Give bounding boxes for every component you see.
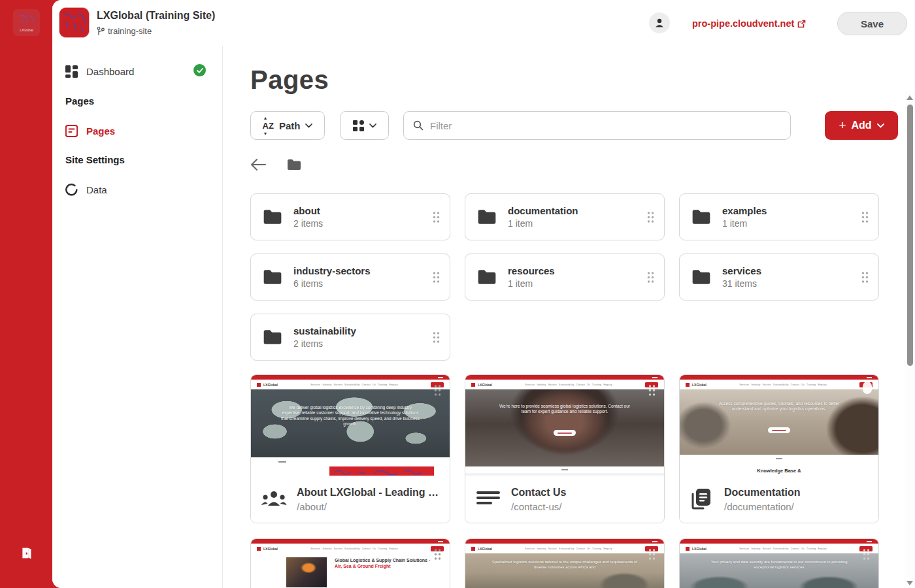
add-label: Add (852, 120, 872, 131)
thumb-hero: We deliver global logistics excellence b… (251, 389, 450, 457)
page-title-text: Contact Us (511, 487, 566, 498)
thumb-topbar (251, 539, 450, 544)
page-thumbnail: LXGlobal Services Industry Sectors Susta… (680, 375, 878, 477)
folder-count: 1 item (508, 218, 578, 229)
scroll-down-arrow[interactable] (907, 581, 913, 585)
thumb-topbar (680, 375, 878, 380)
page-card-documentation[interactable]: LXGlobal Services Industry Sectors Susta… (679, 374, 879, 523)
drag-handle-icon[interactable] (432, 271, 441, 284)
page-title: Pages (250, 65, 329, 95)
folder-icon (263, 329, 282, 345)
sidebar-item-label: Pages (86, 125, 115, 137)
thumb-topbar (680, 539, 878, 544)
scrollbar-thumb[interactable] (907, 105, 913, 366)
thumb-strip (251, 457, 450, 466)
drag-handle-icon[interactable] (433, 548, 442, 561)
page-title-text: Documentation (724, 487, 800, 498)
folder-icon (691, 209, 711, 225)
thumb-nav-links: Services Industry Sectors Sustainability… (495, 384, 642, 386)
thumb-brand: LXGlobal (478, 383, 492, 387)
scroll-up-arrow[interactable] (907, 95, 913, 100)
sidebar-item-pages[interactable]: Pages (65, 122, 222, 140)
drag-handle-icon[interactable] (861, 271, 869, 284)
folder-card-industry-sectors[interactable]: industry-sectors 6 items (250, 253, 450, 301)
folder-name: about (293, 205, 323, 216)
scrollbar (905, 91, 915, 588)
thumb-logo (686, 547, 690, 551)
pages-icon (65, 125, 78, 137)
sort-label: Path (279, 120, 301, 131)
folder-name: examples (722, 205, 767, 216)
folder-count: 2 items (293, 338, 356, 349)
thumb-navbar: LXGlobal Services Industry Sectors Susta… (465, 544, 664, 553)
thumb-navbar: LXGlobal Services Industry Sectors Susta… (251, 544, 450, 553)
thumb-hero-text: We deliver global logistics excellence b… (281, 405, 420, 427)
thumb-hero: Your privacy and data security are funda… (680, 553, 878, 588)
sidebar-item-data[interactable]: Data (65, 180, 222, 199)
drag-handle-icon[interactable] (861, 211, 869, 223)
preview-url-link[interactable]: pro-pipe.cloudvent.net (692, 18, 806, 29)
drag-handle-icon[interactable] (862, 548, 871, 561)
drag-handle-icon[interactable] (863, 382, 872, 394)
thumb-strip (465, 466, 664, 473)
site-logo[interactable] (59, 7, 90, 38)
sort-dropdown[interactable]: AZ ▲ ▼ Path (250, 111, 325, 140)
thumb-nav-links: Services Industry Sectors Sustainability… (709, 384, 857, 386)
thumb-logo (471, 383, 475, 387)
page-card-info: Documentation /documentation/ (680, 476, 878, 523)
grid-view-icon (353, 120, 364, 131)
thumb-topbar (251, 375, 450, 380)
filter-field (403, 111, 791, 140)
filter-input[interactable] (430, 120, 781, 131)
folder-card-services[interactable]: services 31 items (679, 253, 879, 301)
folder-card-resources[interactable]: resources 1 item (465, 253, 665, 301)
page-card-info: About LXGlobal - Leading L... /about/ (251, 476, 450, 523)
thumb-nav-links: Services Industry Sectors Sustainability… (280, 384, 428, 386)
thumb-navbar: LXGlobal Services Industry Sectors Susta… (465, 380, 664, 389)
current-folder-icon[interactable] (287, 159, 301, 171)
view-mode-dropdown[interactable] (340, 111, 389, 140)
folder-count: 2 items (293, 218, 323, 229)
folder-grid: about 2 items documentation 1 item examp… (250, 193, 879, 361)
mini-map-art (18, 13, 35, 27)
back-arrow-icon[interactable] (250, 158, 266, 171)
page-card-home[interactable]: LXGlobal Services Industry Sectors Susta… (250, 538, 450, 588)
folder-card-about[interactable]: about 2 items (250, 193, 450, 240)
folder-name: documentation (508, 205, 578, 216)
thumb-hero-text: Specialized logistics solutions tailored… (489, 560, 640, 570)
drag-handle-icon[interactable] (432, 331, 441, 344)
page-card-info: Contact Us /contact-us/ (465, 476, 664, 523)
thumb-navbar: LXGlobal Services Industry Sectors Susta… (680, 380, 878, 389)
page-card-contact-us[interactable]: LXGlobal Services Industry Sectors Susta… (465, 374, 665, 523)
save-button[interactable]: Save (837, 12, 907, 35)
thumb-topbar (465, 375, 664, 380)
dashboard-status-badge (193, 64, 206, 76)
folder-card-examples[interactable]: examples 1 item (679, 193, 879, 240)
drag-handle-icon[interactable] (648, 548, 656, 561)
page-card-about[interactable]: LXGlobal Services Industry Sectors Susta… (250, 374, 450, 523)
drag-handle-icon[interactable] (646, 271, 655, 284)
page-card-industry-sectors[interactable]: LXGlobal Services Industry Sectors Susta… (465, 538, 665, 588)
drag-handle-icon[interactable] (432, 211, 441, 223)
thumb-nav-links: Services Industry Sectors Sustainability… (495, 547, 642, 550)
page-card-privacy[interactable]: LXGlobal Services Industry Sectors Susta… (679, 538, 879, 588)
drag-handle-icon[interactable] (433, 384, 442, 397)
app-rail: LXGlobal (0, 0, 52, 588)
exit-door-icon[interactable] (20, 546, 33, 560)
people-icon (260, 490, 288, 508)
avatar[interactable] (649, 12, 670, 33)
thumb-hero: Specialized logistics solutions tailored… (465, 553, 664, 588)
thumb-hero-text: Your privacy and data security are funda… (703, 560, 854, 570)
site-favicon-label: LXGlobal (20, 28, 33, 32)
site-favicon[interactable]: LXGlobal (13, 9, 40, 36)
add-button[interactable]: + Add (825, 111, 898, 140)
folder-card-documentation[interactable]: documentation 1 item (465, 193, 665, 240)
chevron-down-icon (305, 123, 312, 128)
folder-icon (263, 269, 282, 285)
folder-icon (477, 209, 497, 225)
drag-handle-icon[interactable] (646, 211, 655, 223)
drag-handle-icon[interactable] (648, 384, 656, 397)
thumb-strip (680, 455, 878, 463)
folder-icon (477, 269, 497, 285)
folder-card-sustainability[interactable]: sustainability 2 items (250, 314, 450, 361)
